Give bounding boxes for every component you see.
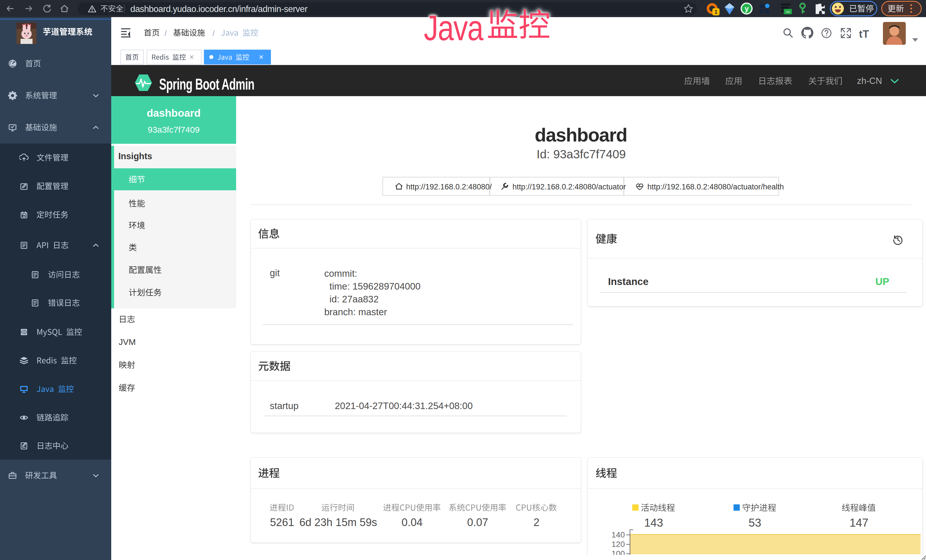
- svg-text:on: on: [786, 10, 790, 14]
